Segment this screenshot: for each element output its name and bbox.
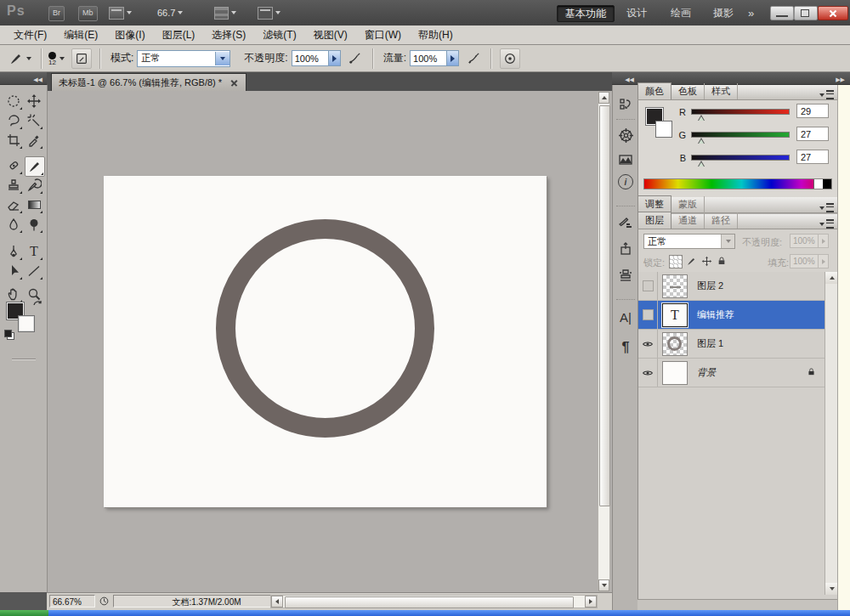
- blend-mode-select[interactable]: 正常: [137, 50, 230, 67]
- layer-row-background[interactable]: 背景: [638, 359, 824, 387]
- restore-button[interactable]: [794, 6, 818, 20]
- screen-mode-dropdown[interactable]: [258, 6, 280, 20]
- tools-panel-header[interactable]: ◀◀: [0, 72, 47, 85]
- scroll-down-button[interactable]: [825, 583, 838, 595]
- layer-name[interactable]: 编辑推荐: [697, 308, 734, 321]
- opacity-slider-button[interactable]: [328, 50, 341, 66]
- lock-transparency-icon[interactable]: [669, 255, 683, 268]
- layer-thumbnail[interactable]: T: [658, 303, 692, 327]
- tool-brush-selected[interactable]: [25, 156, 45, 177]
- tab-color[interactable]: 颜色: [638, 82, 672, 99]
- tablet-pressure-button[interactable]: [500, 48, 520, 69]
- tab-masks[interactable]: 蒙版: [672, 196, 705, 212]
- tool-healing-brush[interactable]: [4, 156, 23, 175]
- green-slider-track[interactable]: [691, 132, 790, 138]
- scroll-left-button[interactable]: [271, 596, 283, 608]
- tool-dodge[interactable]: [25, 215, 43, 234]
- tool-magic-wand[interactable]: [25, 111, 43, 130]
- zoom-level-dropdown[interactable]: 66.7: [157, 6, 183, 20]
- visibility-toggle[interactable]: [638, 272, 658, 300]
- layers-scrollbar[interactable]: [824, 272, 838, 595]
- scroll-up-button[interactable]: [598, 92, 609, 104]
- tab-adjustments[interactable]: 调整: [638, 195, 672, 212]
- tool-crop[interactable]: [4, 131, 23, 150]
- panel-menu-button[interactable]: [819, 219, 837, 229]
- layer-blend-mode-select[interactable]: 正常: [643, 234, 735, 249]
- red-slider-track[interactable]: [691, 109, 790, 115]
- menu-edit[interactable]: 编辑(E): [55, 25, 106, 44]
- scroll-up-button[interactable]: [825, 272, 838, 284]
- tab-paths[interactable]: 路径: [705, 212, 738, 229]
- red-value-field[interactable]: 29: [796, 104, 829, 118]
- lock-all-icon[interactable]: [716, 255, 728, 267]
- layer-name[interactable]: 背景: [697, 366, 716, 379]
- workspace-overflow-chevron[interactable]: »: [748, 7, 754, 20]
- visibility-toggle[interactable]: [638, 359, 658, 387]
- character-panel-icon[interactable]: A|: [616, 308, 635, 326]
- blue-slider-thumb[interactable]: [698, 161, 705, 167]
- tool-move[interactable]: [25, 92, 43, 110]
- arrange-documents-dropdown[interactable]: [214, 6, 236, 20]
- menu-image[interactable]: 图像(I): [106, 25, 153, 44]
- workspace-tab-design[interactable]: 设计: [619, 5, 654, 20]
- clone-source-panel-icon[interactable]: [616, 266, 635, 285]
- history-panel-icon[interactable]: [616, 95, 635, 114]
- info-panel-icon[interactable]: i: [616, 172, 635, 191]
- tab-swatches[interactable]: 色板: [672, 83, 705, 99]
- layer-name[interactable]: 图层 2: [697, 280, 723, 292]
- brush-presets-panel-icon[interactable]: [616, 212, 635, 231]
- histogram-panel-icon[interactable]: [616, 150, 635, 169]
- panel-menu-button[interactable]: [819, 90, 837, 99]
- expand-panels-icon[interactable]: ▶▶: [836, 76, 845, 82]
- blue-slider-track[interactable]: [691, 155, 790, 161]
- tool-blur[interactable]: [4, 215, 23, 234]
- tool-hand[interactable]: [4, 285, 23, 303]
- layer-name[interactable]: 图层 1: [697, 337, 723, 350]
- document-tab[interactable]: 未标题-1 @ 66.7% (编辑推荐, RGB/8) *: [51, 73, 246, 91]
- menu-view[interactable]: 视图(V): [305, 25, 356, 44]
- visibility-toggle[interactable]: [638, 330, 658, 358]
- menu-select[interactable]: 选择(S): [203, 25, 254, 44]
- menu-filter[interactable]: 滤镜(T): [254, 25, 304, 44]
- tool-line-shape[interactable]: [25, 262, 43, 280]
- opacity-input[interactable]: 100%: [292, 50, 329, 66]
- ramp-black-cell[interactable]: [823, 179, 831, 189]
- tool-history-brush[interactable]: [25, 176, 43, 195]
- canvas-vertical-scrollbar[interactable]: [598, 91, 610, 592]
- scroll-thumb[interactable]: [285, 596, 574, 608]
- tab-channels[interactable]: 通道: [672, 212, 705, 229]
- workspace-tab-essentials[interactable]: 基本功能: [557, 5, 615, 22]
- panel-menu-button[interactable]: [819, 203, 837, 212]
- tool-pen[interactable]: [4, 242, 23, 261]
- layer-row-selected[interactable]: T 编辑推荐: [638, 301, 824, 330]
- tool-path-selection[interactable]: [4, 262, 23, 280]
- tool-presets-panel-icon[interactable]: [616, 240, 635, 258]
- airbrush-toggle-button[interactable]: [464, 49, 483, 68]
- tool-eyedropper[interactable]: [25, 131, 43, 150]
- blue-value-field[interactable]: 27: [796, 150, 829, 164]
- swap-colors-icon[interactable]: [32, 299, 42, 309]
- tool-elliptical-marquee[interactable]: [4, 92, 23, 110]
- paragraph-panel-icon[interactable]: ¶: [616, 338, 635, 357]
- guides-dropdown[interactable]: [109, 6, 132, 20]
- flow-slider-button[interactable]: [446, 50, 459, 66]
- menu-help[interactable]: 帮助(H): [410, 25, 462, 44]
- menu-file[interactable]: 文件(F): [5, 25, 55, 44]
- layer-thumbnail[interactable]: [658, 274, 692, 298]
- airbrush-opacity-button[interactable]: [346, 49, 365, 68]
- flow-input[interactable]: 100%: [410, 50, 447, 66]
- menu-window[interactable]: 窗口(W): [356, 25, 410, 44]
- red-slider-thumb[interactable]: [698, 115, 705, 121]
- workspace-tab-photography[interactable]: 摄影: [706, 5, 741, 20]
- collapse-panel-icon[interactable]: ◀◀: [33, 76, 42, 82]
- layer-thumbnail[interactable]: [658, 361, 692, 385]
- tab-layers[interactable]: 图层: [638, 212, 672, 229]
- visibility-toggle[interactable]: [638, 301, 658, 329]
- tool-preset-picker[interactable]: [5, 51, 35, 66]
- close-button[interactable]: [818, 6, 848, 20]
- minimize-button[interactable]: [770, 6, 794, 20]
- scroll-right-button[interactable]: [585, 596, 597, 608]
- background-color-swatch[interactable]: [18, 315, 35, 332]
- color-spectrum-ramp[interactable]: [643, 178, 832, 189]
- ramp-white-cell[interactable]: [813, 179, 823, 189]
